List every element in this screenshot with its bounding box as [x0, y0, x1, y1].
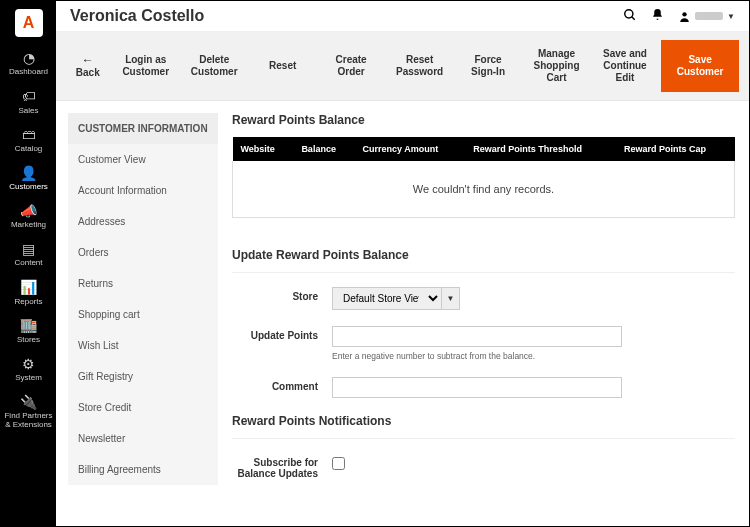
- info-tab-customer-view[interactable]: Customer View: [68, 144, 218, 175]
- nav-item-sales[interactable]: 🏷Sales: [1, 83, 56, 121]
- nav-item-system[interactable]: ⚙System: [1, 351, 56, 389]
- save-customer-button[interactable]: Save Customer: [661, 40, 739, 92]
- action-bar: ←Back Login as Customer Delete Customer …: [56, 32, 749, 101]
- nav-icon: ▤: [3, 242, 54, 257]
- user-menu[interactable]: ▼: [678, 10, 735, 23]
- info-tab-gift-registry[interactable]: Gift Registry: [68, 361, 218, 392]
- nav-item-catalog[interactable]: 🗃Catalog: [1, 121, 56, 159]
- nav-item-content[interactable]: ▤Content: [1, 236, 56, 274]
- svg-point-2: [682, 12, 686, 16]
- nav-icon: 🏷: [3, 89, 54, 104]
- balance-section-title: Reward Points Balance: [232, 113, 735, 127]
- notify-section-title: Reward Points Notifications: [232, 414, 735, 428]
- info-tab-billing-agreements[interactable]: Billing Agreements: [68, 454, 218, 485]
- store-label: Store: [232, 287, 332, 302]
- save-continue-button[interactable]: Save and Continue Edit: [593, 42, 657, 90]
- info-tab-newsletter[interactable]: Newsletter: [68, 423, 218, 454]
- reset-button[interactable]: Reset: [250, 54, 314, 78]
- nav-icon: 👤: [3, 166, 54, 181]
- svg-line-1: [632, 16, 635, 19]
- login-as-customer-button[interactable]: Login as Customer: [113, 48, 177, 84]
- update-points-hint: Enter a negative number to subtract from…: [332, 351, 735, 361]
- delete-customer-button[interactable]: Delete Customer: [182, 48, 246, 84]
- nav-item-stores[interactable]: 🏬Stores: [1, 312, 56, 350]
- subscribe-checkbox[interactable]: [332, 457, 345, 470]
- top-bar: Veronica Costello ▼: [56, 1, 749, 32]
- svg-point-0: [625, 9, 633, 17]
- customer-info-panel: CUSTOMER INFORMATION Customer ViewAccoun…: [68, 113, 218, 526]
- nav-icon: ⚙: [3, 357, 54, 372]
- nav-item-reports[interactable]: 📊Reports: [1, 274, 56, 312]
- reset-password-button[interactable]: Reset Password: [387, 48, 451, 84]
- info-tab-addresses[interactable]: Addresses: [68, 206, 218, 237]
- customer-info-heading: CUSTOMER INFORMATION: [68, 113, 218, 144]
- update-points-input[interactable]: [332, 326, 622, 347]
- info-tab-shopping-cart[interactable]: Shopping cart: [68, 299, 218, 330]
- nav-icon: 🗃: [3, 127, 54, 142]
- chevron-down-icon[interactable]: ▼: [442, 287, 460, 310]
- nav-icon: 📣: [3, 204, 54, 219]
- info-tab-store-credit[interactable]: Store Credit: [68, 392, 218, 423]
- nav-icon: 🔌: [3, 395, 54, 410]
- app-logo[interactable]: A: [15, 9, 43, 37]
- nav-item-marketing[interactable]: 📣Marketing: [1, 198, 56, 236]
- col-header: Currency Amount: [354, 137, 465, 161]
- info-tab-orders[interactable]: Orders: [68, 237, 218, 268]
- store-select[interactable]: Default Store View: [332, 287, 442, 310]
- subscribe-label: Subscribe for Balance Updates: [232, 453, 332, 479]
- col-header: Website: [233, 137, 294, 161]
- comment-input[interactable]: [332, 377, 622, 398]
- col-header: Reward Points Cap: [616, 137, 735, 161]
- force-signin-button[interactable]: Force Sign-In: [456, 48, 520, 84]
- update-points-label: Update Points: [232, 326, 332, 341]
- update-section-title: Update Reward Points Balance: [232, 248, 735, 262]
- comment-label: Comment: [232, 377, 332, 392]
- info-tab-returns[interactable]: Returns: [68, 268, 218, 299]
- nav-item-customers[interactable]: 👤Customers: [1, 160, 56, 198]
- nav-item-find-partners-extensions[interactable]: 🔌Find Partners & Extensions: [1, 389, 56, 436]
- info-tab-wish-list[interactable]: Wish List: [68, 330, 218, 361]
- search-icon[interactable]: [623, 8, 637, 25]
- table-empty-message: We couldn't find any records.: [233, 161, 735, 218]
- back-button[interactable]: ←Back: [66, 47, 109, 85]
- nav-icon: ◔: [3, 51, 54, 66]
- col-header: Balance: [293, 137, 354, 161]
- col-header: Reward Points Threshold: [465, 137, 616, 161]
- side-nav: A ◔Dashboard🏷Sales🗃Catalog👤Customers📣Mar…: [1, 1, 56, 526]
- create-order-button[interactable]: Create Order: [319, 48, 383, 84]
- page-title: Veronica Costello: [70, 7, 609, 25]
- manage-cart-button[interactable]: Manage Shopping Cart: [524, 42, 588, 90]
- bell-icon[interactable]: [651, 8, 664, 24]
- nav-icon: 📊: [3, 280, 54, 295]
- balance-table: WebsiteBalanceCurrency AmountReward Poin…: [232, 137, 735, 218]
- info-tab-account-information[interactable]: Account Information: [68, 175, 218, 206]
- nav-icon: 🏬: [3, 318, 54, 333]
- nav-item-dashboard[interactable]: ◔Dashboard: [1, 45, 56, 83]
